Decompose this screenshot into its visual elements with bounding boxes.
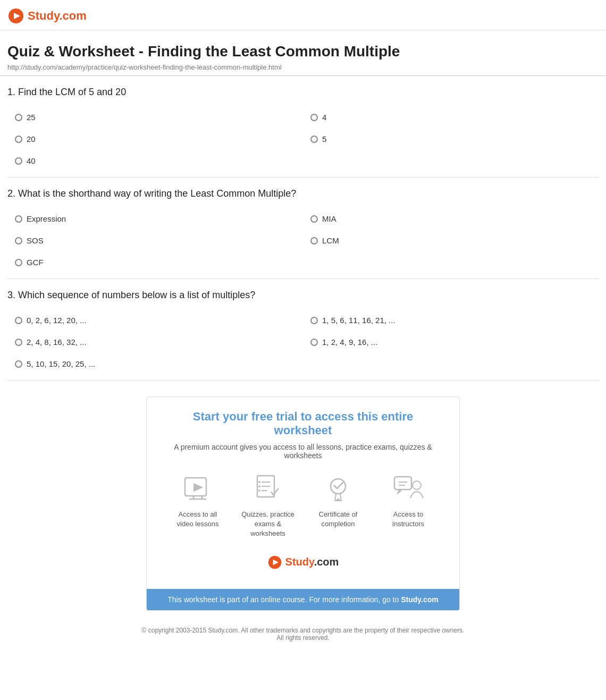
cta-feature-instructors: Access toinstructors [379, 473, 437, 539]
svg-point-11 [258, 481, 260, 483]
logo-area: Study.com [7, 7, 599, 24]
cta-title: Start your free trial to access this ent… [163, 410, 443, 437]
quiz-icon [252, 473, 284, 504]
q2-option-5[interactable]: GCF [7, 251, 303, 273]
copyright-text2: All rights reserved. [7, 634, 599, 642]
svg-marker-3 [193, 483, 203, 492]
instructor-icon [392, 473, 424, 504]
question-1: 1. Find the LCM of 5 and 20 25 4 20 5 40 [7, 76, 599, 178]
cta-feature-video: Access to allvideo lessons [169, 473, 227, 539]
copyright: © copyright 2003-2015 Study.com. All oth… [0, 616, 606, 650]
q1-option-2[interactable]: 4 [303, 106, 599, 128]
question-2: 2. What is the shorthand way of writing … [7, 178, 599, 279]
cta-container: Start your free trial to access this ent… [0, 381, 606, 616]
cta-logo-text: Study.com [285, 556, 339, 568]
logo-text: Study.com [28, 9, 87, 23]
radio-icon[interactable] [15, 259, 22, 266]
radio-icon[interactable] [15, 157, 22, 165]
radio-icon[interactable] [310, 215, 318, 223]
certificate-icon [322, 473, 354, 504]
radio-icon[interactable] [310, 136, 318, 143]
radio-icon[interactable] [310, 114, 318, 121]
svg-point-22 [413, 481, 421, 490]
question-3-text: 3. Which sequence of numbers below is a … [7, 290, 599, 301]
cta-feature-instructors-label: Access toinstructors [392, 510, 424, 529]
cta-box: Start your free trial to access this ent… [146, 397, 460, 611]
copyright-text: © copyright 2003-2015 Study.com. All oth… [7, 627, 599, 634]
radio-icon[interactable] [15, 339, 22, 346]
radio-icon[interactable] [310, 339, 318, 346]
svg-point-13 [258, 490, 260, 492]
header: Study.com [0, 0, 606, 30]
radio-icon[interactable] [15, 360, 22, 368]
page-title: Quiz & Worksheet - Finding the Least Com… [7, 43, 599, 60]
page-url: http://study.com/academy/practice/quiz-w… [7, 63, 599, 71]
q2-option-3[interactable]: SOS [7, 230, 303, 251]
question-2-options: Expression MIA SOS LCM GCF [7, 208, 599, 273]
page-title-area: Quiz & Worksheet - Finding the Least Com… [0, 30, 606, 76]
q2-option-1[interactable]: Expression [7, 208, 303, 230]
question-1-options: 25 4 20 5 40 [7, 106, 599, 172]
cta-footer: This worksheet is part of an online cour… [147, 589, 459, 610]
svg-line-15 [335, 494, 336, 501]
radio-icon[interactable] [15, 237, 22, 244]
cta-logo-area: Study.com [163, 550, 443, 578]
cta-feature-quiz-label: Quizzes, practiceexams & worksheets [239, 510, 297, 539]
q1-option-1[interactable]: 25 [7, 106, 303, 128]
q2-option-4[interactable]: LCM [303, 230, 599, 251]
svg-line-16 [340, 494, 341, 501]
cta-content: Start your free trial to access this ent… [147, 397, 459, 589]
q3-option-1[interactable]: 0, 2, 6, 12, 20, ... [7, 309, 303, 331]
radio-icon[interactable] [15, 136, 22, 143]
cta-feature-certificate: Certificate ofcompletion [309, 473, 367, 539]
questions-area: 1. Find the LCM of 5 and 20 25 4 20 5 40 [0, 76, 606, 381]
svg-marker-19 [397, 490, 402, 495]
study-logo-icon [7, 7, 24, 24]
q3-option-2[interactable]: 1, 5, 6, 11, 16, 21, ... [303, 309, 599, 331]
svg-point-14 [331, 479, 346, 494]
cta-footer-link[interactable]: Study.com [401, 595, 439, 604]
radio-icon[interactable] [15, 114, 22, 121]
cta-features: Access to allvideo lessons [163, 473, 443, 539]
q1-option-5[interactable]: 40 [7, 150, 303, 172]
svg-marker-17 [335, 498, 341, 501]
q3-option-4[interactable]: 1, 2, 4, 9, 16, ... [303, 331, 599, 353]
radio-icon[interactable] [310, 317, 318, 324]
q2-option-2[interactable]: MIA [303, 208, 599, 230]
question-3-options: 0, 2, 6, 12, 20, ... 1, 5, 6, 11, 16, 21… [7, 309, 599, 375]
cta-feature-certificate-label: Certificate ofcompletion [319, 510, 358, 529]
question-2-text: 2. What is the shorthand way of writing … [7, 188, 599, 199]
svg-point-12 [258, 485, 260, 487]
svg-rect-18 [394, 477, 411, 490]
q3-option-3[interactable]: 2, 4, 8, 16, 32, ... [7, 331, 303, 353]
radio-icon[interactable] [15, 317, 22, 324]
video-icon [182, 473, 214, 504]
cta-logo-icon [267, 555, 282, 570]
cta-feature-video-label: Access to allvideo lessons [177, 510, 219, 529]
question-1-text: 1. Find the LCM of 5 and 20 [7, 87, 599, 98]
radio-icon[interactable] [310, 237, 318, 244]
q3-option-5[interactable]: 5, 10, 15, 20, 25, ... [7, 353, 303, 375]
cta-feature-quiz: Quizzes, practiceexams & worksheets [239, 473, 297, 539]
question-3: 3. Which sequence of numbers below is a … [7, 279, 599, 381]
q1-option-4[interactable]: 5 [303, 128, 599, 150]
cta-subtitle: A premium account gives you access to al… [163, 443, 443, 460]
q1-option-3[interactable]: 20 [7, 128, 303, 150]
radio-icon[interactable] [15, 215, 22, 223]
